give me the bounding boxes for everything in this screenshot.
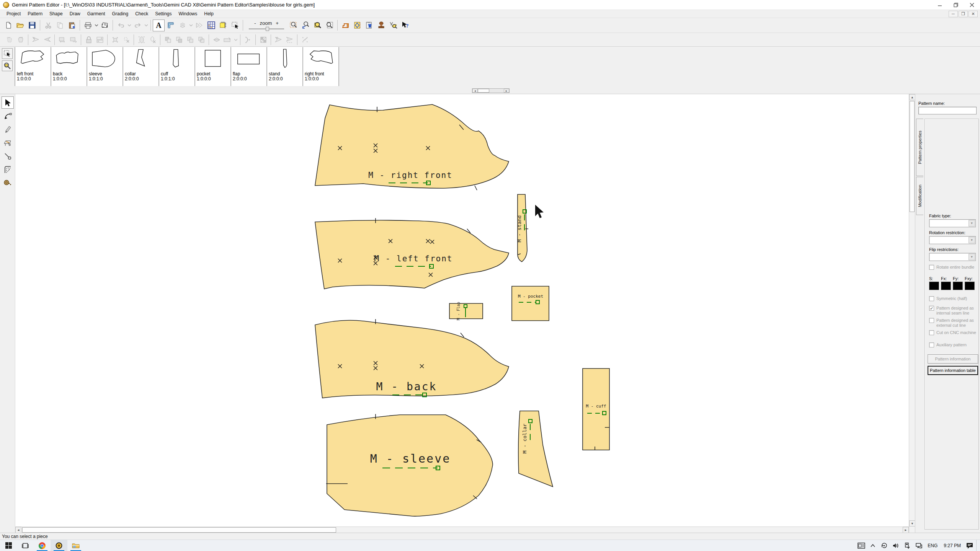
copy-width-icon[interactable] (57, 34, 68, 45)
scroll-left-icon[interactable]: ◄ (15, 527, 21, 533)
zoom-in-label[interactable]: + (276, 20, 279, 26)
layers-stack-icon[interactable] (176, 20, 188, 31)
rotate-entire-bundle-checkbox[interactable]: Rotate entire bundle (929, 265, 977, 270)
swatch-fy[interactable] (953, 282, 963, 290)
piece-thumb-stand[interactable]: stand 2:0:0:0 (267, 47, 303, 86)
restore-button[interactable] (948, 0, 964, 10)
checkbox-box[interactable] (929, 342, 934, 347)
move-width-icon[interactable] (68, 34, 79, 45)
swatch-fxy[interactable] (965, 282, 975, 290)
overlap-merge-icon[interactable] (185, 34, 196, 45)
menu-grading[interactable]: Grading (108, 10, 132, 17)
auxiliary-pattern-checkbox[interactable]: Auxiliary pattern (929, 342, 977, 347)
paste-icon[interactable] (66, 20, 78, 31)
redo-history-caret-icon[interactable] (144, 20, 149, 31)
pattern-information-table-button[interactable]: Pattern information table (928, 366, 978, 375)
overlap-swap-icon[interactable] (196, 34, 207, 45)
split-cells-icon[interactable] (94, 34, 105, 45)
menu-settings[interactable]: Settings (152, 10, 175, 17)
tape-measure-tool-icon[interactable] (2, 177, 14, 189)
seam-out-icon[interactable] (273, 34, 284, 45)
select-contour-icon[interactable] (136, 34, 147, 45)
menu-windows[interactable]: Windows (175, 10, 201, 17)
zoom-slider-thumb[interactable] (266, 27, 269, 31)
plotter-icon[interactable] (99, 20, 111, 31)
piece-quality-icon[interactable] (351, 20, 363, 31)
fabric-type-select[interactable]: ▼ (929, 219, 976, 227)
copy-icon[interactable] (54, 20, 66, 31)
save-icon[interactable] (26, 20, 38, 31)
show-desktop-button[interactable] (976, 540, 978, 551)
bend-curve-icon[interactable] (242, 34, 253, 45)
task-view-button[interactable] (17, 540, 34, 551)
zoom-out-label[interactable]: - (254, 20, 256, 26)
checkbox-box[interactable] (929, 265, 934, 270)
taskbar-gemini-icon[interactable] (51, 540, 67, 551)
strip-scrollbar[interactable]: ◄ ► (472, 88, 510, 93)
zoom-slider[interactable] (249, 27, 284, 31)
mdi-close-button[interactable]: ✕ (969, 11, 978, 17)
piece-thumb-back[interactable]: back 1:0:0:0 (51, 47, 87, 86)
cut-icon[interactable] (42, 20, 54, 31)
internal-seam-line-checkbox[interactable]: ✔ Pattern designed as internal seam line (929, 306, 977, 316)
select-region-icon[interactable] (229, 20, 241, 31)
open-file-icon[interactable] (14, 20, 26, 31)
vertical-scroll-thumb[interactable] (910, 101, 915, 212)
chevron-down-icon[interactable]: ▼ (969, 220, 975, 227)
symmetric-half-checkbox[interactable]: Symmetric (half) (929, 296, 977, 301)
spec-sheet-icon[interactable] (363, 20, 375, 31)
point-grid-icon[interactable] (299, 34, 310, 45)
sewing-machine-icon[interactable] (340, 20, 351, 31)
cut-on-cnc-checkbox[interactable]: Cut on CNC machine (929, 330, 977, 335)
taskbar-clock[interactable]: 9:27 PM (941, 543, 963, 548)
delete-points-icon[interactable] (121, 34, 132, 45)
piece-sleeve[interactable] (327, 415, 493, 516)
pencil-tool-icon[interactable] (2, 123, 14, 135)
menu-project[interactable]: Project (3, 10, 24, 17)
rotate-piece-left-icon[interactable] (4, 34, 15, 45)
close-button[interactable] (964, 0, 980, 10)
piece-pocket[interactable] (512, 286, 549, 321)
flip-restrictions-select[interactable]: ▼ (929, 253, 976, 261)
lock-icon[interactable] (83, 34, 94, 45)
menu-help[interactable]: Help (201, 10, 217, 17)
overlap-back-icon[interactable] (162, 34, 173, 45)
piece-flap[interactable] (449, 303, 483, 319)
horizontal-scroll-thumb[interactable] (22, 527, 336, 533)
network-icon[interactable] (914, 540, 924, 551)
swatch-fx[interactable] (941, 282, 951, 290)
menu-garment[interactable]: Garment (84, 10, 109, 17)
volume-icon[interactable] (891, 540, 901, 551)
chevron-down-icon[interactable]: ▼ (969, 254, 975, 260)
news-feed-icon[interactable] (856, 540, 866, 551)
piece-thumb-flap[interactable]: flap 2:0:0:0 (231, 47, 267, 86)
taskbar-explorer-icon[interactable] (67, 540, 84, 551)
zoom-one-to-one-icon[interactable] (323, 20, 335, 31)
context-help-icon[interactable]: ? (399, 20, 411, 31)
mdi-minimize-button[interactable]: ─ (949, 11, 958, 17)
checkbox-box[interactable] (929, 330, 934, 335)
strip-scroll-thumb[interactable] (478, 89, 489, 93)
undo-history-caret-icon[interactable] (127, 20, 132, 31)
size-table-icon[interactable] (205, 20, 217, 31)
mdi-restore-button[interactable]: ❐ (959, 11, 968, 17)
tab-modification[interactable]: Modification (916, 177, 923, 215)
fold-piece-icon[interactable] (222, 34, 233, 45)
piece-cuff[interactable] (583, 368, 609, 450)
delete-contour-icon[interactable] (147, 34, 158, 45)
measure-area-icon[interactable] (217, 20, 229, 31)
send-forward-icon[interactable] (193, 20, 205, 31)
undo-icon[interactable] (115, 20, 127, 31)
seam-in-icon[interactable] (284, 34, 295, 45)
scroll-right-icon[interactable]: ► (903, 527, 909, 533)
menu-shape[interactable]: Shape (46, 10, 66, 17)
move-points-icon[interactable] (109, 34, 121, 45)
strip-zoom-tool-icon[interactable] (2, 60, 13, 71)
external-cut-line-checkbox[interactable]: Pattern designed as external cut line (929, 318, 977, 328)
pointer-tool-icon[interactable] (2, 96, 14, 109)
curve-tool-icon[interactable] (2, 110, 14, 122)
taskbar-chrome-icon[interactable] (34, 540, 51, 551)
piece-thumb-left-front[interactable]: left front 1:0:0:0 (15, 47, 51, 86)
usb-device-icon[interactable] (902, 540, 912, 551)
piece-thumb-right-front[interactable]: right front 1:0:0:0 (303, 47, 339, 86)
